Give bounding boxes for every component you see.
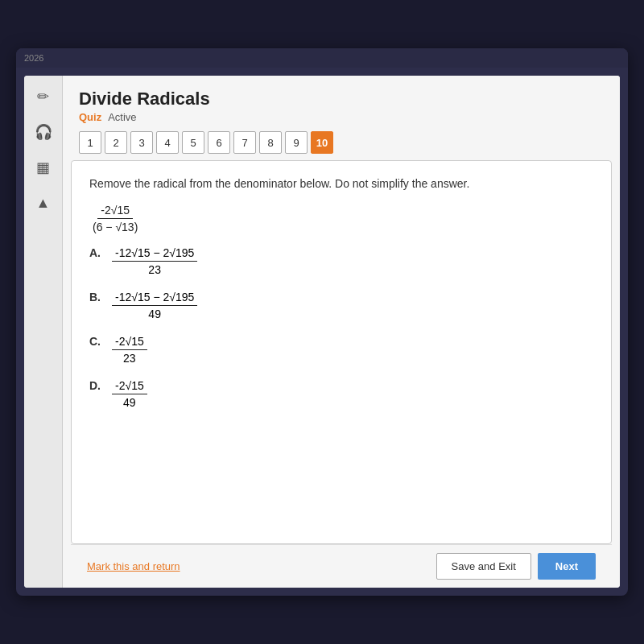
option-a-numerator: -12√15 − 2√195 xyxy=(112,246,197,262)
option-c-letter: C. xyxy=(89,335,105,348)
footer-bar: Mark this and return Save and Exit Next xyxy=(71,544,612,588)
option-c-fraction: -2√15 23 xyxy=(112,335,147,365)
main-content: ✏ 🎧 ▦ ▲ Divide Radicals Quiz Active 1 2 … xyxy=(24,76,620,588)
calculator-icon[interactable]: ▦ xyxy=(29,153,58,182)
option-b-denominator: 49 xyxy=(145,306,164,320)
pencil-icon[interactable]: ✏ xyxy=(29,82,58,111)
q-num-9[interactable]: 9 xyxy=(285,131,308,154)
question-panel: Remove the radical from the denominator … xyxy=(71,160,612,544)
option-c[interactable]: C. -2√15 23 xyxy=(89,335,593,365)
q-num-3[interactable]: 3 xyxy=(130,131,153,154)
option-d-letter: D. xyxy=(89,379,105,392)
q-num-10[interactable]: 10 xyxy=(311,131,333,154)
q-num-5[interactable]: 5 xyxy=(182,131,204,154)
page-title: Divide Radicals xyxy=(79,89,604,109)
top-bar-text: 2026 xyxy=(24,53,43,63)
option-d-denominator: 49 xyxy=(120,394,139,409)
q-num-4[interactable]: 4 xyxy=(156,131,179,154)
option-b-letter: B. xyxy=(89,291,105,303)
given-numerator: -2√15 xyxy=(97,204,133,219)
save-exit-button[interactable]: Save and Exit xyxy=(436,553,531,580)
screen-container: 2026 ✏ 🎧 ▦ ▲ Divide Radicals Quiz Active… xyxy=(16,48,628,596)
question-numbers: 1 2 3 4 5 6 7 8 9 10 xyxy=(79,131,604,154)
option-a-letter: A. xyxy=(89,246,105,259)
option-d-fraction: -2√15 49 xyxy=(112,379,147,409)
quiz-status: Quiz Active xyxy=(79,111,604,123)
sidebar: ✏ 🎧 ▦ ▲ xyxy=(24,76,63,588)
question-text: Remove the radical from the denominator … xyxy=(89,175,593,192)
option-a-fraction: -12√15 − 2√195 23 xyxy=(112,246,197,276)
next-button[interactable]: Next xyxy=(538,553,596,580)
header: Divide Radicals Quiz Active 1 2 3 4 5 6 … xyxy=(63,76,620,160)
option-d-numerator: -2√15 xyxy=(112,379,147,394)
mark-return-link[interactable]: Mark this and return xyxy=(87,560,180,572)
q-num-8[interactable]: 8 xyxy=(259,131,282,154)
option-b-fraction: -12√15 − 2√195 49 xyxy=(112,291,197,320)
given-fraction: -2√15 (6 − √13) xyxy=(89,204,141,233)
q-num-6[interactable]: 6 xyxy=(208,131,230,154)
options-list: A. -12√15 − 2√195 23 B. -12√15 − 2√195 4… xyxy=(89,246,593,409)
top-bar: 2026 xyxy=(16,48,628,68)
q-num-2[interactable]: 2 xyxy=(105,131,127,154)
option-d[interactable]: D. -2√15 49 xyxy=(89,379,593,409)
option-b[interactable]: B. -12√15 − 2√195 49 xyxy=(89,291,593,320)
scroll-up-icon[interactable]: ▲ xyxy=(29,188,58,217)
footer-buttons: Save and Exit Next xyxy=(436,553,596,580)
option-a[interactable]: A. -12√15 − 2√195 23 xyxy=(89,246,593,276)
q-num-1[interactable]: 1 xyxy=(79,131,101,154)
quiz-label: Quiz xyxy=(79,111,101,123)
status-label: Active xyxy=(108,111,136,123)
option-a-denominator: 23 xyxy=(145,262,164,276)
q-num-7[interactable]: 7 xyxy=(233,131,256,154)
given-expression: -2√15 (6 − √13) xyxy=(89,204,593,233)
option-c-numerator: -2√15 xyxy=(112,335,147,350)
option-b-numerator: -12√15 − 2√195 xyxy=(112,291,197,306)
option-c-denominator: 23 xyxy=(120,350,139,365)
given-denominator: (6 − √13) xyxy=(89,219,141,233)
content-area: Divide Radicals Quiz Active 1 2 3 4 5 6 … xyxy=(63,76,620,588)
headphones-icon[interactable]: 🎧 xyxy=(29,118,58,147)
